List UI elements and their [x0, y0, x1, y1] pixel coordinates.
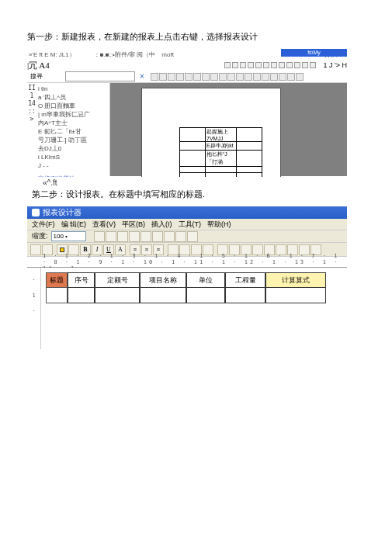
toolbar-icon[interactable]	[152, 231, 163, 242]
tool-icon[interactable]	[255, 62, 262, 68]
toolbar-icon[interactable]	[187, 231, 198, 242]
tb-icon[interactable]	[279, 73, 286, 81]
tb-icon[interactable]	[270, 73, 278, 81]
document-page: 起媒施上7VMJJ E辟牛J的kt 抱匕杵“J「打涵	[141, 88, 281, 177]
tb-icon[interactable]	[287, 73, 295, 81]
tb-icon[interactable]	[202, 73, 210, 81]
menubar: 文件(F) 编 辑(E) 查看(V) 平区(B) 插入(I) 工具(T) 帮助(…	[27, 219, 347, 230]
tool-icon[interactable]	[248, 62, 254, 68]
header-cell-formula[interactable]: 计算算式	[265, 272, 326, 288]
vruler-mark: ·	[27, 272, 40, 288]
step2-heading: 第二步：设计报表。在标题中填写相应的标题.	[32, 189, 365, 200]
tool-icon[interactable]	[263, 62, 269, 68]
a4-label: A4	[39, 61, 49, 70]
left-panel: i tin a '四丄^员 O 册口面麵車 | m寧車我拆匚忌广 内A^T主士 …	[36, 83, 110, 176]
table-row	[180, 167, 262, 173]
tb-icon[interactable]	[151, 73, 158, 81]
app-icon	[32, 209, 40, 216]
tb-icon[interactable]	[245, 73, 252, 81]
page-size-indicator: |冗 A4	[27, 60, 50, 71]
tb-icon[interactable]	[193, 73, 201, 81]
tb-icon[interactable]	[296, 73, 304, 81]
tb-icon[interactable]	[176, 73, 184, 81]
panel-line: | m寧車我拆匚忌广	[38, 110, 108, 119]
menu-file[interactable]: 文件(F)	[32, 220, 55, 230]
toolbar-icon[interactable]	[164, 231, 175, 242]
row-label-data[interactable]	[46, 288, 68, 303]
font-color-icon	[60, 248, 64, 252]
top-moft: moft	[161, 51, 174, 58]
gutter-mark: 14	[27, 100, 36, 108]
scale-dropdown[interactable]: 100 •	[51, 231, 86, 241]
row-label-header[interactable]: 标题	[46, 272, 68, 288]
menu-tools[interactable]: 工具(T)	[179, 220, 202, 230]
gutter-mark: >	[27, 116, 36, 123]
header-cell-project[interactable]: 项目名称	[140, 272, 186, 288]
table-row: 起媒施上7VMJJ	[180, 128, 262, 142]
tb-icon[interactable]	[185, 73, 193, 81]
table-cell: E辟牛J的kt	[206, 142, 237, 151]
tb-icon[interactable]	[253, 73, 261, 81]
header-cell-seq[interactable]: 序号	[68, 272, 95, 288]
panel-blue-link[interactable]: 宾格页半用法ft：	[38, 175, 108, 177]
tb-icon[interactable]	[168, 73, 175, 81]
tool-icon[interactable]	[232, 62, 238, 68]
panel-line: 去DJ丄0	[38, 144, 108, 153]
header-cell-amount[interactable]: 工程量	[225, 272, 265, 288]
toolbar-icon[interactable]	[117, 231, 128, 242]
tool-icon[interactable]	[224, 62, 231, 68]
menu-area[interactable]: 平区(B)	[122, 220, 145, 230]
search-x-icon[interactable]: ×	[140, 72, 144, 81]
table-row: 抱匕杵“J「打涵	[180, 151, 262, 167]
gutter-mark: ::	[27, 108, 36, 116]
menu-insert[interactable]: 插入(I)	[151, 220, 172, 230]
right-12: 1 2	[338, 50, 347, 57]
design-canvas: · 1 · 标题 序号 定额号 项目名称 单位 工程量 计算算式	[27, 268, 347, 349]
data-cell[interactable]	[95, 288, 140, 303]
panel-line: a '四丄^员	[38, 93, 108, 102]
design-area[interactable]: 标题 序号 定额号 项目名称 单位 工程量 计算算式	[41, 268, 347, 349]
table-row	[180, 173, 262, 178]
data-cell[interactable]	[68, 288, 95, 303]
menu-help[interactable]: 帮助(H)	[207, 220, 231, 230]
header-cell-unit[interactable]: 单位	[186, 272, 225, 288]
tool-icon[interactable]	[240, 62, 246, 68]
path-tab: fs\My Documents\Grandsoft P^	[281, 49, 347, 57]
tb-icon[interactable]	[227, 73, 235, 81]
tb-icon[interactable]	[210, 73, 218, 81]
table-cell: 抱匕杵“J「打涵	[206, 151, 237, 167]
toolbar-icon[interactable]	[106, 231, 116, 242]
search-label: 搜寻	[30, 72, 43, 81]
left-gutter: II 1 14 :: >	[27, 83, 36, 176]
screenshot-2: 报表设计器 文件(F) 编 辑(E) 查看(V) 平区(B) 插入(I) 工具(…	[27, 206, 347, 349]
panel-line: i tin	[38, 85, 108, 93]
menu-view[interactable]: 查看(V)	[92, 220, 116, 230]
horizontal-ruler: 1 · 1 · 2 · 1 · 3 · 1 · 4 · 1 · 5 · 1 · …	[27, 257, 347, 268]
table-cell: 起媒施上7VMJJ	[206, 128, 237, 142]
toolbar-icon[interactable]	[30, 244, 41, 255]
search-input[interactable]	[65, 71, 135, 81]
toolbar-icon[interactable]	[129, 231, 140, 242]
tool-icon[interactable]	[271, 62, 277, 68]
tb-icon[interactable]	[159, 73, 167, 81]
data-cell[interactable]	[140, 288, 186, 303]
tb-icon[interactable]	[219, 73, 227, 81]
tb-icon[interactable]	[236, 73, 244, 81]
toolbar-icon[interactable]	[94, 231, 105, 242]
toolbar-icon[interactable]	[140, 231, 151, 242]
gutter-mark: 1	[27, 92, 36, 100]
panel-line: E 釦匕二「it±甘	[38, 127, 108, 136]
data-cell[interactable]	[265, 288, 326, 303]
data-cell[interactable]	[186, 288, 225, 303]
header-cell-quota[interactable]: 定额号	[95, 272, 140, 288]
toolbar-icon[interactable]	[175, 231, 186, 242]
panel-line: O 册口面麵車	[38, 102, 108, 110]
data-cell[interactable]	[225, 288, 265, 303]
tb-icon[interactable]	[262, 73, 269, 81]
document-gray-area: 起媒施上7VMJJ E辟牛J的kt 抱匕杵“J「打涵	[110, 83, 347, 176]
header-row: 标题 序号 定额号 项目名称 单位 工程量 计算算式	[46, 272, 342, 288]
menu-edit[interactable]: 编 辑(E)	[61, 220, 87, 230]
data-row	[46, 288, 342, 303]
screenshot-1: fs\My Documents\Grandsoft P^ »'E ft E M:…	[27, 49, 347, 177]
search-row: 搜寻 ×	[27, 71, 347, 83]
